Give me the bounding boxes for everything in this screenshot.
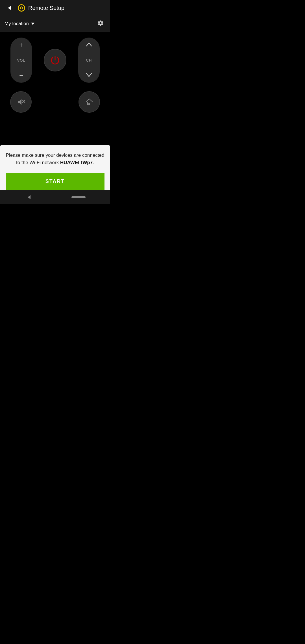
nav-back-button[interactable] (25, 193, 33, 201)
logo-circle-icon (18, 4, 25, 12)
location-text: My location (5, 21, 29, 27)
volume-down-button[interactable]: − (19, 72, 23, 79)
channel-up-button[interactable] (86, 42, 92, 48)
app-logo (18, 4, 25, 12)
mute-icon (16, 97, 25, 106)
nav-home-pill[interactable] (71, 196, 86, 198)
navigation-bar (0, 190, 110, 204)
location-bar: My location (0, 16, 110, 32)
page-title: Remote Setup (28, 5, 106, 11)
volume-up-button[interactable]: + (19, 42, 23, 48)
power-button[interactable] (44, 49, 66, 71)
power-icon (50, 55, 60, 65)
remote-main-row: + VOL − CH (5, 38, 106, 83)
settings-button[interactable] (95, 19, 106, 29)
svg-marker-0 (18, 99, 21, 105)
nav-back-arrow-icon (28, 195, 30, 199)
gear-icon (97, 20, 104, 28)
home-button[interactable] (79, 91, 100, 113)
volume-control[interactable]: + VOL − (10, 38, 32, 83)
svg-rect-4 (88, 103, 90, 105)
location-selector[interactable]: My location (5, 21, 34, 27)
mute-button[interactable] (10, 91, 32, 113)
start-button[interactable]: START (6, 173, 104, 190)
wifi-card: Please make sure your devices are connec… (0, 145, 110, 190)
back-button[interactable] (5, 3, 15, 13)
channel-label: CH (86, 58, 92, 62)
channel-down-button[interactable] (86, 72, 92, 79)
volume-label: VOL (17, 58, 25, 62)
chevron-down-icon (31, 23, 34, 25)
top-bar: Remote Setup (0, 0, 110, 16)
remote-second-row (5, 91, 106, 113)
remote-area: + VOL − CH (0, 32, 110, 145)
network-name: HUAWEI-fWp7 (60, 160, 93, 165)
channel-control[interactable]: CH (78, 38, 100, 83)
back-arrow-icon (8, 6, 11, 10)
card-message: Please make sure your devices are connec… (6, 152, 104, 173)
logo-inner-icon (20, 6, 23, 9)
card-message-end: . (93, 160, 94, 165)
home-icon (85, 97, 94, 106)
